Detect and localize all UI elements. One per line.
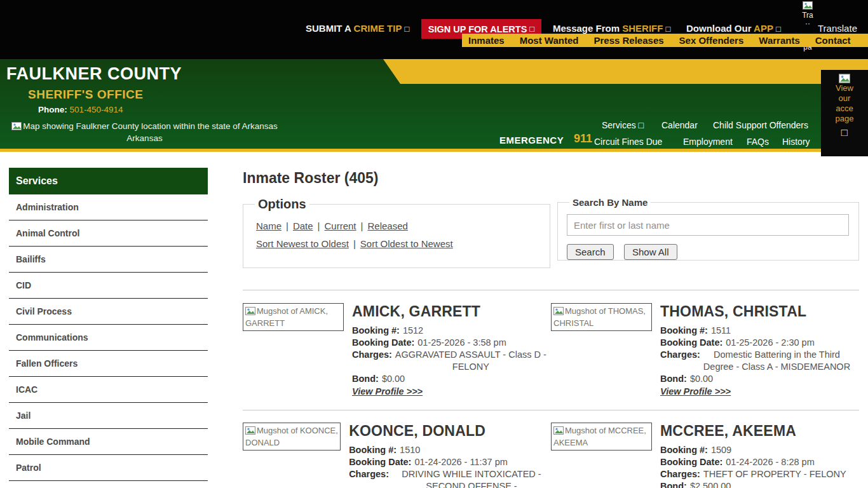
download-app-link[interactable]: Download Our APP□ xyxy=(686,23,781,34)
sidebar-item-administration[interactable]: Administration xyxy=(9,194,208,220)
sidebar-item-fallen-officers[interactable]: Fallen Officers xyxy=(9,351,208,377)
booking-no-value: 1509 xyxy=(711,444,731,456)
broken-image-icon xyxy=(553,307,564,315)
booking-no-label: Booking #: xyxy=(660,444,708,456)
missing-glyph-box: □ xyxy=(404,24,409,34)
nav-item-inmates[interactable]: Inmates xyxy=(468,35,505,46)
translate-broken-image[interactable]: Tra ·· pa xyxy=(799,1,816,57)
access-alt-line: page xyxy=(836,114,854,124)
booking-date-value: 01-25-2026 - 3:58 pm xyxy=(417,337,506,349)
booking-date-label: Booking Date: xyxy=(660,456,722,468)
broken-image-icon xyxy=(553,426,564,435)
mugshot-broken-image[interactable]: Mugshot of THOMAS, CHRISTAL xyxy=(551,303,652,331)
sidebar-item-patrol[interactable]: Patrol xyxy=(9,455,208,481)
missing-glyph-box: □ xyxy=(841,126,848,139)
missing-glyph-box: □ xyxy=(776,24,781,34)
sidebar-item-communications[interactable]: Communications xyxy=(9,325,208,351)
inmate-card-amick: Mugshot of AMICK, GARRETT AMICK, GARRETT… xyxy=(243,303,551,397)
bond-value: $0.00 xyxy=(382,373,405,385)
charges-value: THEFT OF PROPERTY - FELONY xyxy=(703,468,846,480)
access-alt-line: acce xyxy=(836,104,853,114)
options-legend: Options xyxy=(255,197,309,212)
nav-services-dropdown[interactable]: Services □ xyxy=(602,120,644,130)
missing-glyph-box: □ xyxy=(665,24,670,34)
sidebar-item-photos[interactable]: Photos xyxy=(9,481,208,488)
crime-tip-highlight: CRIME TIP xyxy=(354,23,402,34)
nav-faqs[interactable]: FAQs xyxy=(747,137,769,147)
filter-date-link[interactable]: Date xyxy=(293,220,313,231)
booking-no-value: 1512 xyxy=(403,325,423,337)
inmate-name: AMICK, GARRETT xyxy=(352,303,551,320)
mugshot-broken-image[interactable]: Mugshot of AMICK, GARRETT xyxy=(243,303,344,331)
accessibility-page-link[interactable]: View our acce page □ xyxy=(821,70,868,156)
filter-links-row: Name|Date|Current|Released xyxy=(256,220,543,231)
nav-item-most-wanted[interactable]: Most Wanted xyxy=(520,35,579,46)
charges-label: Charges: xyxy=(352,349,392,373)
message-from-sheriff-link[interactable]: Message From SHERIFF□ xyxy=(553,23,670,34)
inmate-name: KOONCE, DONALD xyxy=(349,423,551,440)
broken-image-icon xyxy=(245,426,255,435)
nav-child-support-offenders[interactable]: Child Support Offenders xyxy=(713,120,808,130)
mugshot-alt-text: Mugshot of MCCREE, AKEEMA xyxy=(553,426,646,447)
translate-link[interactable]: Translate xyxy=(818,23,857,34)
crime-tip-prefix: SUBMIT A xyxy=(306,23,354,34)
charges-label: Charges: xyxy=(349,468,389,488)
sidebar-item-mobile-command[interactable]: Mobile Command xyxy=(9,429,208,455)
sidebar-item-animal-control[interactable]: Animal Control xyxy=(9,220,208,247)
sidebar-header: Services xyxy=(9,168,208,194)
booking-no-label: Booking #: xyxy=(660,325,708,337)
bond-label: Bond: xyxy=(352,373,379,385)
view-profile-link[interactable]: View Profile >>> xyxy=(660,386,731,396)
gold-diagonal-band xyxy=(381,59,868,84)
services-sidebar: Services Administration Animal Control B… xyxy=(9,168,208,488)
sidebar-item-cid[interactable]: CID xyxy=(9,273,208,299)
sort-oldest-link[interactable]: Sort Oldest to Newest xyxy=(360,238,453,249)
mugshot-alt-text: Mugshot of THOMAS, CHRISTAL xyxy=(553,306,646,328)
charges-value: DRIVING WHILE INTOXICATED -SECOND OFFENS… xyxy=(392,468,551,488)
message-highlight: SHERIFF xyxy=(622,23,663,34)
nav-item-sex-offenders[interactable]: Sex Offenders xyxy=(679,35,744,46)
nav-item-warrants[interactable]: Warrants xyxy=(759,35,799,46)
map-alt-text-2: Arkansas xyxy=(0,132,289,144)
booking-date-value: 01-25-2026 - 2:30 pm xyxy=(726,337,814,349)
inmate-card-koonce: Mugshot of KOONCE, DONALD KOONCE, DONALD… xyxy=(243,423,551,488)
alerts-label: SIGN UP FOR ALERTS xyxy=(428,24,527,34)
nav-employment[interactable]: Employment xyxy=(683,137,733,147)
broken-image-icon xyxy=(11,122,22,130)
nav-calendar[interactable]: Calendar xyxy=(661,120,698,130)
mugshot-broken-image[interactable]: Mugshot of MCCREE, AKEEMA xyxy=(551,423,652,451)
bond-value: $2,500.00 xyxy=(690,480,731,488)
gold-divider-stripe xyxy=(0,149,868,152)
search-button[interactable]: Search xyxy=(567,244,614,260)
booking-no-value: 1511 xyxy=(711,325,731,337)
map-alt-text: Map showing Faulkner County location wit… xyxy=(23,121,278,131)
nav-history[interactable]: History xyxy=(782,137,810,147)
inmate-roster-main: Inmate Roster (405) Options Name|Date|Cu… xyxy=(243,170,859,488)
view-profile-link[interactable]: View Profile >>> xyxy=(352,386,423,396)
filter-name-link[interactable]: Name xyxy=(256,220,281,231)
page-title: Inmate Roster (405) xyxy=(243,170,859,187)
translate-alt-fragment: ·· xyxy=(799,20,816,28)
nav-item-contact[interactable]: Contact xyxy=(815,35,851,46)
message-prefix: Message From xyxy=(553,23,622,34)
show-all-button[interactable]: Show All xyxy=(624,244,677,260)
filter-current-link[interactable]: Current xyxy=(325,220,356,231)
phone-number-link[interactable]: 501-450-4914 xyxy=(70,105,123,114)
sidebar-item-icac[interactable]: ICAC xyxy=(9,377,208,403)
sidebar-item-bailiffs[interactable]: Bailiffs xyxy=(9,247,208,273)
filter-released-link[interactable]: Released xyxy=(367,220,407,231)
nav-item-press-releases[interactable]: Press Releases xyxy=(593,35,663,46)
sidebar-item-jail[interactable]: Jail xyxy=(9,403,208,429)
booking-no-label: Booking #: xyxy=(352,325,400,337)
nav-circuit-fines-due[interactable]: Circuit Fines Due xyxy=(594,137,662,147)
sort-newest-link[interactable]: Sort Newest to Oldest xyxy=(256,238,349,249)
sidebar-item-civil-process[interactable]: Civil Process xyxy=(9,299,208,325)
sort-links-row: Sort Newest to Oldest|Sort Oldest to New… xyxy=(256,238,543,249)
submit-crime-tip-link[interactable]: SUBMIT A CRIME TIP□ xyxy=(306,23,409,34)
county-map-broken-image: Map showing Faulkner County location wit… xyxy=(0,120,289,144)
separator: | xyxy=(353,238,356,249)
mugshot-broken-image[interactable]: Mugshot of KOONCE, DONALD xyxy=(243,423,341,451)
emergency-number: 911 xyxy=(574,132,592,146)
search-input[interactable] xyxy=(567,214,849,236)
separator: | xyxy=(361,220,363,231)
